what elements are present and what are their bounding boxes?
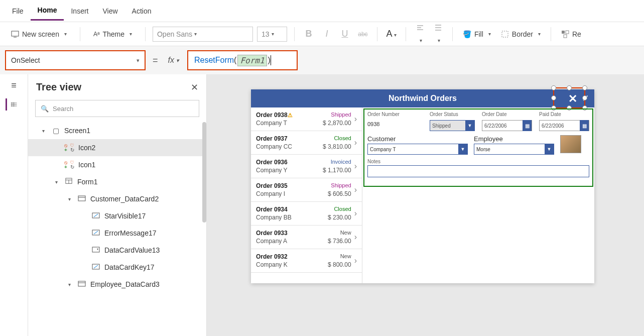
canvas[interactable]: Northwind Orders ✕ ✓ Order 0938⚠Shipped …: [207, 74, 644, 336]
resize-handle[interactable]: [567, 85, 572, 90]
menu-file[interactable]: File: [5, 2, 31, 20]
svg-rect-19: [92, 247, 99, 252]
tree-node-form1[interactable]: ▾ Form1: [28, 173, 203, 190]
order-number-label: Order Number: [367, 111, 423, 117]
chevron-down-icon: ▾: [137, 57, 140, 64]
bold-button[interactable]: B: [302, 29, 316, 39]
chevron-right-icon: ›: [351, 115, 357, 124]
search-input[interactable]: 🔍 Search: [35, 100, 199, 117]
cancel-icon: ⦸♡+↻: [64, 144, 74, 152]
paid-date-label: Paid Date: [539, 111, 589, 117]
tree-node-errormessage[interactable]: ErrorMessage17: [28, 225, 203, 242]
tree-node-datacardkey[interactable]: DataCardKey17: [28, 259, 203, 276]
employee-select[interactable]: Morse▼: [474, 144, 554, 155]
order-row[interactable]: Order 0935Shipped Company I$ 606.50 ›: [251, 178, 362, 202]
tree: ▾ ▢ Screen1 ⦸♡+↻ Icon2 ⦸♡+↻ Icon1 ▾ Form…: [28, 122, 206, 336]
tree-node-datacardvalue[interactable]: DataCardValue13: [28, 242, 203, 259]
close-panel-button[interactable]: ✕: [191, 82, 198, 93]
scrollbar[interactable]: [202, 122, 206, 222]
order-status-select[interactable]: Shipped▼: [430, 120, 475, 131]
resize-handle[interactable]: [582, 85, 587, 90]
paid-date-input[interactable]: 6/22/2006▦: [539, 120, 589, 131]
chevron-right-icon: ›: [351, 209, 357, 218]
label-icon: [91, 263, 100, 271]
search-icon: 🔍: [41, 105, 49, 113]
employee-avatar: [560, 135, 581, 153]
calendar-icon: ▦: [580, 120, 589, 131]
order-date-label: Order Date: [482, 111, 532, 117]
fx-button[interactable]: fx▾: [165, 56, 182, 65]
order-row[interactable]: Order 0936Invoiced Company Y$ 1,170.00 ›: [251, 155, 362, 178]
order-row[interactable]: Order 0932New Company K$ 800.00 ›: [251, 249, 362, 273]
tree-view-panel: Tree view ✕ 🔍 Search ▾ ▢ Screen1 ⦸♡+↻ Ic…: [28, 74, 207, 336]
menu-bar: File Home Insert View Action: [0, 0, 644, 22]
menu-view[interactable]: View: [95, 2, 124, 20]
menu-insert[interactable]: Insert: [64, 2, 95, 20]
svg-rect-21: [78, 281, 85, 286]
italic-button[interactable]: I: [320, 29, 334, 39]
tree-node-screen1[interactable]: ▾ ▢ Screen1: [28, 122, 203, 139]
resize-handle[interactable]: [551, 85, 556, 90]
chevron-right-icon: ›: [351, 162, 357, 171]
strike-button[interactable]: abc: [356, 31, 370, 38]
order-row[interactable]: Order 0938⚠Shipped Company T$ 2,870.00 ›: [251, 107, 362, 131]
menu-action[interactable]: Action: [125, 2, 159, 20]
tree-view-title: Tree view: [36, 81, 81, 93]
screen-icon: [11, 30, 19, 38]
datacard-icon: [77, 280, 86, 288]
datacard-icon: [77, 195, 86, 203]
reorder-icon: [561, 30, 569, 38]
border-button[interactable]: Border: [498, 28, 544, 40]
theme-button[interactable]: Aª Theme: [90, 28, 135, 40]
label-icon: [91, 212, 100, 220]
order-number-value: 0938: [367, 120, 423, 131]
notes-label: Notes: [367, 159, 589, 164]
equals-label: =: [151, 55, 160, 66]
order-row[interactable]: Order 0934Closed Company BB$ 230.00 ›: [251, 202, 362, 226]
customer-select[interactable]: Company T▼: [367, 144, 468, 155]
chevron-right-icon: ›: [351, 233, 357, 242]
svg-rect-9: [562, 31, 565, 34]
tree-node-starvisible[interactable]: StarVisible17: [28, 207, 203, 225]
fill-button[interactable]: 🪣 Fill: [460, 28, 494, 40]
valign-button[interactable]: [431, 24, 445, 45]
svg-rect-8: [502, 31, 508, 37]
order-status-label: Order Status: [430, 111, 475, 117]
theme-icon: Aª: [93, 31, 99, 38]
font-size-select[interactable]: 13: [257, 27, 287, 42]
employee-label: Employee: [474, 135, 554, 143]
tree-node-customer-datacard[interactable]: ▾ Customer_DataCard2: [28, 190, 203, 207]
customer-label: Customer: [367, 135, 468, 143]
app-header: Northwind Orders ✕ ✓: [251, 89, 594, 107]
resize-handle[interactable]: [582, 95, 587, 100]
property-select[interactable]: OnSelect ▾: [5, 50, 146, 70]
svg-rect-11: [564, 35, 567, 38]
bucket-icon: 🪣: [463, 30, 471, 38]
tree-node-employee-datacard[interactable]: ▾ Employee_DataCard3: [28, 276, 203, 293]
order-form: Order Number Order Status Order Date Pai…: [362, 107, 594, 283]
order-date-input[interactable]: 6/22/2006▦: [482, 120, 532, 131]
order-row[interactable]: Order 0937Closed Company CC$ 3,810.00 ›: [251, 131, 362, 155]
font-select[interactable]: Open Sans: [153, 27, 253, 42]
tree-node-icon2[interactable]: ⦸♡+↻ Icon2: [28, 139, 203, 156]
new-screen-button[interactable]: New screen: [8, 28, 70, 40]
align-icon: [416, 24, 424, 32]
label-icon: [91, 229, 100, 237]
chevron-down-icon: ▼: [545, 144, 554, 155]
formula-bar: OnSelect ▾ = fx▾ ResetForm( Form1 ): [0, 46, 644, 74]
order-row[interactable]: Order 0933New Company A$ 736.00 ›: [251, 226, 362, 249]
font-color-button[interactable]: A: [384, 29, 399, 39]
underline-button[interactable]: U: [338, 29, 352, 39]
tree-view-icon[interactable]: [6, 98, 18, 110]
notes-input[interactable]: [367, 165, 589, 177]
valign-icon: [434, 24, 442, 32]
menu-home[interactable]: Home: [31, 1, 64, 21]
border-icon: [501, 30, 509, 38]
order-list[interactable]: Order 0938⚠Shipped Company T$ 2,870.00 ›…: [251, 107, 362, 283]
resize-handle[interactable]: [551, 95, 556, 100]
align-button[interactable]: [413, 24, 427, 45]
tree-node-icon1[interactable]: ⦸♡+↻ Icon1: [28, 156, 203, 173]
reorder-button[interactable]: Re: [558, 28, 584, 40]
formula-input[interactable]: ResetForm( Form1 ): [187, 50, 298, 70]
hamburger-icon[interactable]: ≡: [8, 79, 20, 91]
